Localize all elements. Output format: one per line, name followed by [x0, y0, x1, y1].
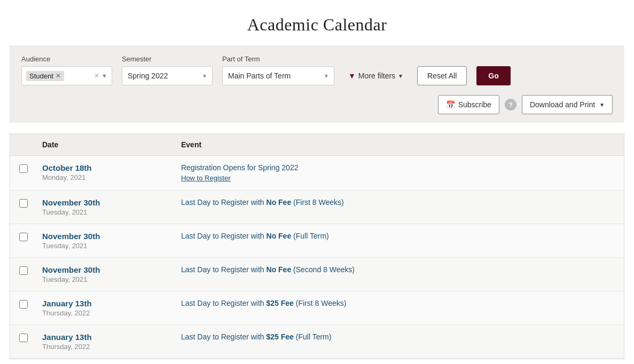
event-highlight-3: No Fee [267, 232, 292, 240]
date-sub-1: Monday, 2021 [42, 173, 176, 181]
go-button[interactable]: Go [476, 66, 510, 85]
row-event-2: Last Day to Register with No Fee (First … [176, 198, 624, 207]
row-checkbox-5[interactable] [10, 299, 37, 308]
event-text-pre-2: Last Day to Register with [181, 198, 267, 207]
table-row: November 30th Tuesday, 2021 Last Day to … [10, 258, 624, 291]
header-checkbox-col [10, 140, 37, 149]
semester-filter-group: Semester Spring 2022 Fall 2021 Summer 20… [122, 55, 213, 85]
row-checkbox-1[interactable] [10, 163, 37, 173]
checkbox-3[interactable] [19, 233, 28, 241]
filter-row: Audience Student ✕ ✕ ▼ Semester Spring 2… [21, 55, 613, 85]
table-header: Date Event [10, 134, 624, 156]
checkbox-2[interactable] [19, 199, 28, 208]
event-text-post-6: (Full Term) [294, 333, 332, 341]
row-checkbox-2[interactable] [10, 198, 37, 208]
chevron-down-icon[interactable]: ▼ [101, 73, 107, 79]
event-text-pre-6: Last Day to Register with [181, 333, 267, 341]
reset-all-button[interactable]: Reset All [417, 66, 467, 85]
more-filters-label: More filters [358, 72, 395, 80]
event-highlight-6: $25 Fee [267, 333, 294, 341]
date-sub-4: Tuesday, 2021 [42, 275, 176, 283]
subscribe-button[interactable]: 📅 Subscribe [438, 95, 499, 114]
row-event-4: Last Day to Register with No Fee (Second… [176, 265, 624, 274]
part-of-term-select-wrapper: Main Parts of Term First 8 Weeks Second … [222, 66, 334, 85]
event-highlight-5: $25 Fee [267, 299, 294, 307]
row-date-1: October 18th Monday, 2021 [37, 163, 176, 181]
audience-label: Audience [21, 55, 112, 63]
event-highlight-4: No Fee [267, 265, 292, 274]
download-print-button[interactable]: Download and Print ▼ [522, 95, 613, 114]
funnel-icon: ▼ [348, 72, 356, 80]
row-checkbox-6[interactable] [10, 333, 37, 342]
table-row: January 13th Thursday, 2022 Last Day to … [10, 325, 624, 359]
help-icon-button[interactable]: ? [505, 99, 516, 110]
row-date-2: November 30th Tuesday, 2021 [37, 198, 176, 216]
row-event-1: Registration Opens for Spring 2022 How t… [176, 163, 624, 183]
download-label: Download and Print [530, 100, 595, 109]
event-text-post-5: (First 8 Weeks) [294, 299, 347, 307]
date-main-3: November 30th [42, 232, 176, 241]
audience-input[interactable]: Student ✕ ✕ ▼ [21, 66, 112, 85]
page-title: Academic Calendar [0, 0, 634, 45]
event-text-pre-3: Last Day to Register with [181, 232, 267, 240]
action-row: 📅 Subscribe ? Download and Print ▼ [21, 95, 613, 114]
date-sub-6: Thursday, 2022 [42, 343, 176, 351]
header-date-col: Date [37, 140, 176, 149]
event-text-pre-4: Last Day to Register with [181, 265, 267, 274]
download-chevron-icon: ▼ [599, 102, 605, 108]
row-checkbox-3[interactable] [10, 232, 37, 241]
header-event-col: Event [176, 140, 624, 149]
event-text-post-2: (First 8 Weeks) [291, 198, 344, 207]
semester-select-wrapper: Spring 2022 Fall 2021 Summer 2021 [122, 66, 213, 85]
table-row: January 13th Thursday, 2022 Last Day to … [10, 291, 624, 325]
row-date-4: November 30th Tuesday, 2021 [37, 265, 176, 283]
row-checkbox-4[interactable] [10, 265, 37, 275]
audience-filter-group: Audience Student ✕ ✕ ▼ [21, 55, 112, 85]
semester-select[interactable]: Spring 2022 Fall 2021 Summer 2021 [122, 66, 213, 85]
date-main-1: October 18th [42, 163, 176, 172]
more-filters-arrow-icon: ▼ [398, 73, 403, 79]
row-event-6: Last Day to Register with $25 Fee (Full … [176, 333, 624, 342]
date-main-4: November 30th [42, 265, 176, 274]
date-main-6: January 13th [42, 333, 176, 342]
checkbox-1[interactable] [19, 164, 28, 173]
table-row: November 30th Tuesday, 2021 Last Day to … [10, 191, 624, 224]
semester-label: Semester [122, 55, 213, 63]
row-event-3: Last Day to Register with No Fee (Full T… [176, 232, 624, 241]
calendar-table: Date Event October 18th Monday, 2021 Reg… [10, 133, 624, 359]
event-highlight-2: No Fee [267, 198, 292, 207]
date-sub-2: Tuesday, 2021 [42, 208, 176, 216]
row-date-3: November 30th Tuesday, 2021 [37, 232, 176, 250]
clear-icon[interactable]: ✕ [94, 72, 99, 80]
table-row: November 30th Tuesday, 2021 Last Day to … [10, 224, 624, 258]
part-of-term-label: Part of Term [222, 55, 334, 63]
row-date-5: January 13th Thursday, 2022 [37, 299, 176, 317]
date-main-5: January 13th [42, 299, 176, 308]
calendar-icon: 📅 [446, 100, 455, 109]
row-date-6: January 13th Thursday, 2022 [37, 333, 176, 351]
subscribe-label: Subscribe [458, 100, 491, 109]
audience-tag-close[interactable]: ✕ [56, 72, 61, 80]
filter-bar: Audience Student ✕ ✕ ▼ Semester Spring 2… [10, 45, 624, 123]
checkbox-5[interactable] [19, 300, 28, 308]
checkbox-6[interactable] [19, 334, 28, 342]
checkbox-4[interactable] [19, 266, 28, 275]
date-sub-3: Tuesday, 2021 [42, 242, 176, 250]
part-of-term-select[interactable]: Main Parts of Term First 8 Weeks Second … [222, 66, 334, 85]
how-to-register-link[interactable]: How to Register [181, 174, 230, 182]
audience-tag: Student ✕ [26, 71, 64, 81]
event-text-pre-5: Last Day to Register with [181, 299, 267, 307]
row-event-5: Last Day to Register with $25 Fee (First… [176, 299, 624, 308]
event-title-1: Registration Opens for Spring 2022 [181, 163, 624, 172]
audience-tag-value: Student [29, 72, 53, 80]
audience-dropdown-arrows[interactable]: ✕ ▼ [94, 72, 107, 80]
event-text-post-4: (Second 8 Weeks) [291, 265, 355, 274]
date-sub-5: Thursday, 2022 [42, 309, 176, 317]
event-text-post-3: (Full Term) [291, 232, 329, 240]
date-main-2: November 30th [42, 198, 176, 207]
part-of-term-filter-group: Part of Term Main Parts of Term First 8 … [222, 55, 334, 85]
table-row: October 18th Monday, 2021 Registration O… [10, 156, 624, 191]
more-filters-button[interactable]: ▼ More filters ▼ [344, 66, 408, 85]
